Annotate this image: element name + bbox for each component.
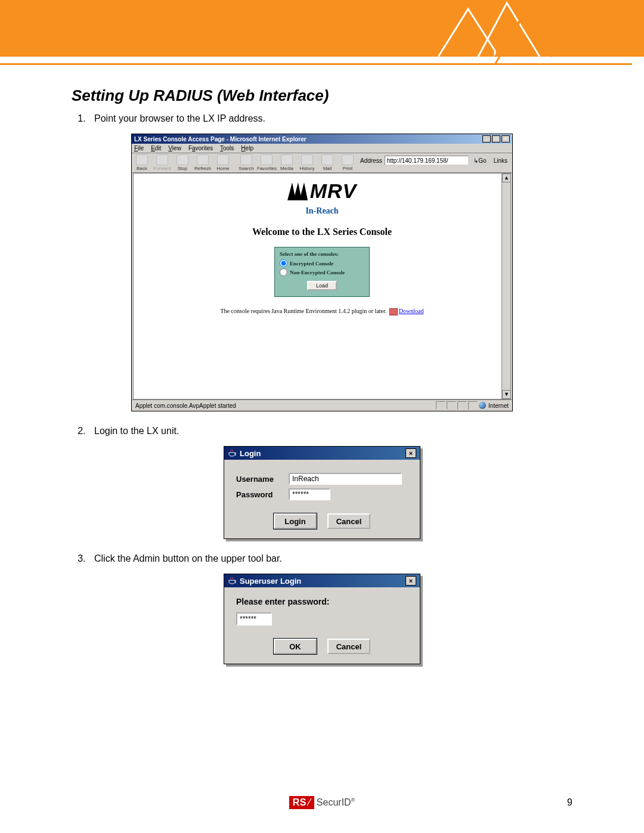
address-label: Address <box>360 157 382 164</box>
figure-login-dialog: Login × Username Password Login Cancel <box>72 446 572 539</box>
superuser-password-input[interactable] <box>236 612 272 625</box>
scroll-up-icon[interactable]: ▲ <box>502 174 511 182</box>
superuser-dialog-title: Superuser Login <box>240 577 301 586</box>
mrv-logo: MRV <box>287 179 357 203</box>
login-dialog-titlebar: Login × <box>224 447 420 460</box>
ie-window-title: LX Series Console Access Page - Microsof… <box>134 136 306 143</box>
username-label: Username <box>236 475 283 484</box>
inreach-text: In-Reach <box>305 206 338 216</box>
media-button[interactable]: Media <box>277 153 297 172</box>
encrypted-console-radio[interactable]: Encrypted Console <box>280 259 364 267</box>
mrv-mark-icon <box>287 182 308 200</box>
step-2: Login to the LX unit. <box>88 426 572 436</box>
scroll-down-icon[interactable]: ▼ <box>502 390 511 399</box>
address-input[interactable] <box>385 156 469 165</box>
cancel-button[interactable]: Cancel <box>327 639 370 654</box>
stop-button[interactable]: Stop <box>172 153 193 172</box>
close-icon[interactable]: × <box>501 135 510 143</box>
login-dialog-title: Login <box>240 449 261 458</box>
scrollbar[interactable]: ▲ ▼ <box>501 174 510 399</box>
superuser-dialog-body: Please enter password: OK Cancel <box>224 587 420 664</box>
ie-toolbar: Back Forward Stop Refresh Home Search Fa… <box>132 153 512 173</box>
refresh-button[interactable]: Refresh <box>193 153 213 172</box>
search-button[interactable]: Search <box>236 153 256 172</box>
page-number: 9 <box>567 797 572 808</box>
step-1: Point your browser to the LX IP address. <box>88 113 572 124</box>
username-input[interactable] <box>289 473 402 485</box>
page-footer: RS ⁄ SecurID® 9 <box>0 796 644 809</box>
steps-list-2: Login to the LX unit. <box>88 426 572 436</box>
ie-menubar: File Edit View Favorites Tools Help <box>132 144 512 153</box>
superuser-prompt: Please enter password: <box>236 597 408 606</box>
page-content: Setting Up RADIUS (Web Interface) Point … <box>72 86 572 664</box>
java-icon <box>228 577 236 585</box>
maximize-icon[interactable]: □ <box>492 135 500 143</box>
login-button[interactable]: Login <box>274 513 317 529</box>
nonencrypted-radio-input[interactable] <box>280 268 287 276</box>
ie-viewport: ▲ ▼ MRV In-Reach Welcome to the LX Serie… <box>133 173 511 400</box>
close-icon[interactable]: × <box>405 448 416 458</box>
java-requirement-note: The console requires Java Runtime Enviro… <box>221 308 424 315</box>
download-icon <box>389 308 398 315</box>
rsa-mark-icon: RS ⁄ <box>289 796 314 809</box>
home-button[interactable]: Home <box>213 153 233 172</box>
welcome-text: Welcome to the LX Series Console <box>252 227 392 237</box>
menu-edit[interactable]: Edit <box>151 145 161 151</box>
status-left-text: Applet com.console.AvpApplet started <box>135 402 236 409</box>
links-button[interactable]: Links <box>491 157 510 164</box>
load-button[interactable]: Load <box>307 281 337 290</box>
address-bar: Address ↳Go Links <box>358 153 512 168</box>
mountain-logo-icon <box>438 0 552 64</box>
rsa-securid-logo: RS ⁄ SecurID® <box>289 796 355 809</box>
mail-button[interactable]: Mail <box>317 153 338 172</box>
menu-favorites[interactable]: Favorites <box>188 145 213 151</box>
page-header <box>0 0 644 63</box>
ok-button[interactable]: OK <box>274 639 317 654</box>
login-dialog: Login × Username Password Login Cancel <box>224 446 420 539</box>
superuser-dialog: Superuser Login × Please enter password:… <box>224 574 420 664</box>
password-label: Password <box>236 490 283 499</box>
nonencrypted-console-radio[interactable]: Non-Encrypted Console <box>280 268 364 276</box>
login-dialog-body: Username Password Login Cancel <box>224 460 420 538</box>
steps-list-3: Click the Admin button on the upper tool… <box>88 553 572 564</box>
status-box <box>436 401 445 410</box>
password-input[interactable] <box>289 488 330 500</box>
minimize-icon[interactable]: _ <box>482 135 491 143</box>
step-3: Click the Admin button on the upper tool… <box>88 553 572 564</box>
superuser-dialog-titlebar: Superuser Login × <box>224 574 420 587</box>
status-right: Internet <box>436 401 509 410</box>
ie-titlebar: LX Series Console Access Page - Microsof… <box>132 134 512 144</box>
securid-text: SecurID® <box>317 797 355 808</box>
status-box <box>468 401 478 410</box>
favorites-button[interactable]: Favorites <box>256 153 277 172</box>
figure-superuser-dialog: Superuser Login × Please enter password:… <box>72 574 572 664</box>
cancel-button[interactable]: Cancel <box>327 513 370 529</box>
mrv-logo-text: MRV <box>310 179 357 203</box>
history-button[interactable]: History <box>297 153 317 172</box>
go-button[interactable]: ↳Go <box>471 157 488 164</box>
menu-view[interactable]: View <box>168 145 181 151</box>
close-icon[interactable]: × <box>405 576 416 586</box>
status-box <box>447 401 456 410</box>
print-button[interactable]: Print <box>338 153 358 172</box>
back-button[interactable]: Back <box>132 153 152 172</box>
figure-browser: LX Series Console Access Page - Microsof… <box>72 134 572 411</box>
console-box-header: Select one of the consoles: <box>280 251 364 257</box>
section-title: Setting Up RADIUS (Web Interface) <box>72 86 572 105</box>
ie-window: LX Series Console Access Page - Microsof… <box>131 134 513 411</box>
menu-help[interactable]: Help <box>241 145 253 151</box>
ie-statusbar: Applet com.console.AvpApplet started Int… <box>132 400 512 411</box>
menu-file[interactable]: File <box>134 145 144 151</box>
header-rule <box>0 63 632 65</box>
status-box <box>457 401 467 410</box>
download-link[interactable]: Download <box>399 308 424 314</box>
globe-icon <box>479 402 486 409</box>
java-icon <box>228 449 236 457</box>
forward-button[interactable]: Forward <box>152 153 172 172</box>
zone-text: Internet <box>488 402 509 409</box>
menu-tools[interactable]: Tools <box>220 145 234 151</box>
console-select-box: Select one of the consoles: Encrypted Co… <box>274 247 370 297</box>
encrypted-radio-input[interactable] <box>280 259 287 267</box>
steps-list: Point your browser to the LX IP address. <box>88 113 572 124</box>
